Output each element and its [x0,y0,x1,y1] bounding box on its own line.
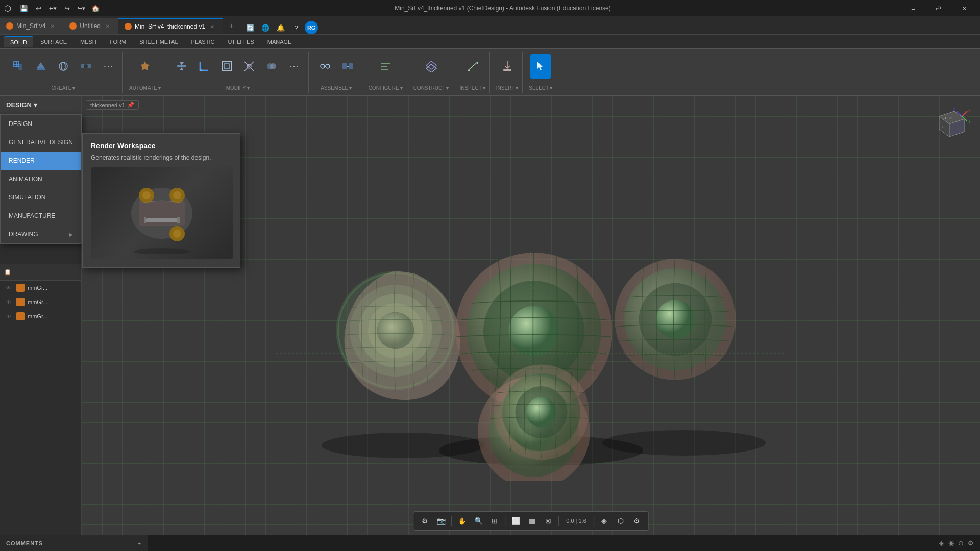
select-label[interactable]: SELECT ▾ [529,85,552,91]
help-button[interactable]: ? [289,21,303,34]
dropdown-design[interactable]: DESIGN [1,115,81,133]
home-button[interactable]: 🏠 [89,2,102,15]
ribbon-tab-plastic[interactable]: PLASTIC [185,37,221,47]
revolve-button[interactable] [53,54,74,79]
visual-style-button[interactable]: ▦ [525,514,539,528]
maximize-button[interactable]: 🗗 [927,0,950,16]
new-tab-button[interactable]: + [223,18,239,34]
redo-arrow[interactable]: ↪▾ [75,2,88,15]
perspective-button[interactable]: ⬡ [614,514,628,528]
minimize-button[interactable]: 🗕 [901,0,925,16]
ribbon-tab-sheet-metal[interactable]: SHEET METAL [133,37,184,47]
svg-rect-21 [381,66,387,67]
ribbon-tab-surface[interactable]: SURFACE [34,37,73,47]
scale-button[interactable] [239,54,259,79]
window-controls: 🗕 🗗 ✕ [901,0,976,16]
automate-label[interactable]: AUTOMATE ▾ [129,85,161,91]
user-avatar[interactable]: RG [305,21,318,34]
status-right: ◈ ◉ ⊙ ⚙ [148,539,980,547]
visibility-icon[interactable]: 👁 [6,299,11,305]
ribbon-tab-form[interactable]: FORM [104,37,132,47]
ribbon-group-configure: CONFIGURE ▾ [364,52,407,93]
undo-button[interactable]: ↩ [32,2,45,15]
tab-close-button[interactable]: ✕ [48,22,57,30]
render-preview-content [91,167,233,259]
hole-button[interactable] [76,54,96,79]
dropdown-animation[interactable]: ANIMATION [1,170,81,188]
offset-plane-button[interactable] [421,54,442,79]
svg-rect-22 [381,69,388,70]
inspect-label[interactable]: INSPECT ▾ [459,85,485,91]
ribbon-group-modify: ⋯ MODIFY ▾ [167,52,309,93]
refresh-button[interactable]: 🔄 [243,21,257,34]
insert-button[interactable] [497,54,518,79]
design-mode-button[interactable]: DESIGN ▾ [0,96,81,114]
fillet-icon [198,60,210,72]
modify-label[interactable]: MODIFY ▾ [226,85,250,91]
view-settings-button[interactable]: ◈ [597,514,611,528]
add-comment-button[interactable]: + [138,540,141,546]
dropdown-simulation[interactable]: SIMULATION [1,188,81,207]
redo-button[interactable]: ↪ [60,2,74,15]
more-modify-button[interactable]: ⋯ [284,54,304,79]
parameters-button[interactable] [375,54,396,79]
construct-buttons [421,54,442,79]
browser-header: 📋 [0,264,81,281]
tab-close-button[interactable]: ✕ [104,22,112,30]
camera-button[interactable]: 📷 [434,514,448,528]
ribbon-tab-utilities[interactable]: UTILITIES [222,37,260,47]
save-button[interactable]: 💾 [17,2,31,15]
pan-button[interactable]: ✋ [455,514,469,528]
browser-button[interactable]: 🌐 [259,21,272,34]
combine-button[interactable] [261,54,282,79]
tab-close-button[interactable]: ✕ [208,22,216,31]
measure-button[interactable] [462,54,483,79]
construct-label[interactable]: CONSTRUCT ▾ [413,85,449,91]
create-buttons: ⋯ [8,54,118,79]
extrude-button[interactable] [31,54,51,79]
more-create-button[interactable]: ⋯ [98,54,118,79]
dropdown-render[interactable]: RENDER [1,152,81,170]
press-pull-icon [176,60,188,72]
grid-button[interactable]: ⊠ [541,514,555,528]
dropdown-generative-design[interactable]: GENERATIVE DESIGN [1,133,81,152]
browser-item-1[interactable]: 👁 mmGr... [0,281,81,295]
view-cube[interactable]: X Y Z TOP L F [929,106,970,147]
select-button[interactable] [530,54,551,79]
grid-settings-button[interactable]: ⚙ [418,514,432,528]
configure-label[interactable]: CONFIGURE ▾ [369,85,403,91]
notification-button[interactable]: 🔔 [274,21,287,34]
dropdown-manufacture[interactable]: MANUFACTURE [1,207,81,225]
automate-button[interactable] [135,54,155,79]
tab-min-srf-thickenned[interactable]: Min_Srf v4_thickenned v1 ✕ [118,18,223,34]
effects-button[interactable]: ⚙ [630,514,644,528]
undo-arrow[interactable]: ↩▾ [46,2,59,15]
rigid-group-button[interactable] [337,54,358,79]
assemble-label[interactable]: ASSEMBLE ▾ [321,85,352,91]
joint-button[interactable] [315,54,335,79]
ribbon-group-inspect: INSPECT ▾ [455,52,489,93]
display-mode-button[interactable]: ⬜ [508,514,523,528]
new-component-button[interactable] [8,54,29,79]
press-pull-button[interactable] [172,54,192,79]
ribbon-tab-mesh[interactable]: MESH [74,37,103,47]
visibility-icon[interactable]: 👁 [6,285,11,291]
zoom-button[interactable]: 🔍 [471,514,485,528]
shell-button[interactable] [216,54,237,79]
browser-item-3[interactable]: 👁 mmGr... [0,309,81,323]
browser-item-2[interactable]: 👁 mmGr... [0,295,81,309]
ribbon-tab-manage[interactable]: MANAGE [261,37,298,47]
tab-min-srf-v4[interactable]: Min_Srf v4 ✕ [0,18,63,34]
ribbon-tab-solid[interactable]: SOLID [4,36,33,47]
zoom-fit-button[interactable]: ⊞ [487,514,502,528]
close-button[interactable]: ✕ [952,0,976,16]
extrude-icon [35,60,47,72]
status-icon-1: ◈ [939,539,944,547]
fillet-button[interactable] [194,54,214,79]
insert-label[interactable]: INSERT ▾ [496,85,519,91]
tab-untitled[interactable]: Untitled ✕ [63,18,118,34]
dropdown-drawing[interactable]: DRAWING ▶ [1,225,81,243]
visibility-icon[interactable]: 👁 [6,314,11,319]
create-label[interactable]: CREATE ▾ [52,85,76,91]
modify-buttons: ⋯ [172,54,304,79]
